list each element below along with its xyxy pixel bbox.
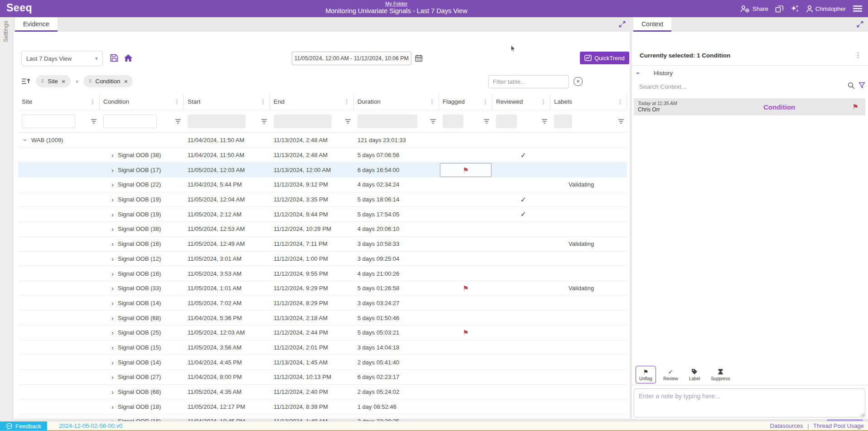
suppress-button[interactable]: Suppress [707, 366, 733, 383]
cell-flagged[interactable] [439, 266, 492, 281]
table-row[interactable]: ›WAB (1009)11/04/2024, 11:50 AM11/13/202… [18, 133, 627, 148]
table-row[interactable]: ›Signal OOB (12)11/05/2024, 3:01 AM11/12… [18, 252, 627, 267]
cell-flagged[interactable] [439, 222, 492, 236]
table-row[interactable]: ›Signal OOB (27)11/04/2024, 8:00 PM11/12… [18, 370, 627, 385]
tab-context[interactable]: Context [633, 17, 671, 32]
cell-labels[interactable] [550, 266, 627, 281]
cell-flagged[interactable] [439, 207, 492, 221]
table-row[interactable]: ›Signal OOB (15)11/05/2024, 3:56 AM11/12… [18, 340, 627, 355]
table-row[interactable]: ›Signal OOB (17)11/05/2024, 12:03 AM11/1… [18, 163, 627, 177]
cell-flagged[interactable] [439, 311, 492, 325]
cell-flagged[interactable] [439, 370, 492, 384]
clear-filter-button[interactable]: × [574, 77, 583, 86]
cell-labels[interactable] [550, 355, 627, 369]
feedback-button[interactable]: Feedback [0, 421, 47, 431]
cell-reviewed[interactable] [492, 355, 550, 369]
chip-condition[interactable]: ⠿ Condition × [83, 75, 133, 87]
settings-tab[interactable]: Settings [2, 21, 9, 42]
thread-pool-usage-link[interactable]: Thread Pool Usage [813, 422, 864, 429]
note-input[interactable] [634, 388, 865, 417]
cell-reviewed[interactable] [492, 266, 550, 281]
end-filter-input[interactable] [274, 115, 332, 128]
filter-icon[interactable] [261, 119, 267, 124]
column-menu-icon[interactable]: ⋮ [428, 98, 436, 105]
table-row[interactable]: ›Signal OOB (14)11/04/2024, 4:45 PM11/13… [18, 355, 627, 370]
cell-flagged[interactable] [439, 296, 492, 311]
cell-flagged[interactable] [439, 177, 492, 192]
column-menu-icon[interactable]: ⋮ [259, 98, 267, 105]
history-entry[interactable]: Today at 11:35 AM Chris Orr Condition ⚑ [634, 98, 865, 115]
close-icon[interactable]: × [62, 78, 66, 85]
cell-flagged[interactable] [439, 148, 492, 163]
filter-icon[interactable] [175, 119, 181, 124]
seeq-logo[interactable]: Seeq [6, 2, 32, 14]
cell-labels[interactable] [550, 192, 627, 207]
home-icon[interactable] [124, 54, 133, 64]
table-row[interactable]: ›Signal OOB (22)11/04/2024, 5:44 PM11/12… [18, 177, 627, 192]
table-row[interactable]: ›Signal OOB (33)11/05/2024, 1:01 AM11/12… [18, 281, 627, 296]
reviewed-filter-input[interactable] [496, 115, 517, 128]
cell-flagged[interactable] [439, 133, 492, 148]
table-row[interactable]: ›Signal OOB (68)11/05/2024, 4:35 AM11/12… [18, 385, 627, 400]
expand-row-icon[interactable]: › [111, 300, 114, 306]
context-menu-icon[interactable]: ⋮ [855, 51, 862, 59]
cell-flagged[interactable] [439, 399, 492, 414]
quicktrend-button[interactable]: QuickTrend [580, 52, 629, 64]
cell-flagged[interactable] [439, 192, 492, 207]
table-filter-input[interactable] [488, 75, 569, 88]
expand-row-icon[interactable]: › [111, 211, 114, 218]
column-header-condition[interactable]: Condition⋮ [100, 94, 184, 110]
column-header-labels[interactable]: Labels⋮ [550, 94, 627, 110]
labels-filter-input[interactable] [554, 115, 572, 128]
view-selector[interactable]: Last 7 Days View ▾ [21, 51, 103, 66]
cell-reviewed[interactable] [492, 385, 550, 399]
cell-flagged[interactable]: ⚑ [439, 281, 492, 296]
filter-icon[interactable] [345, 119, 351, 124]
worksheets-icon[interactable] [775, 5, 784, 13]
unflag-button[interactable]: ⚑ Unflag [636, 366, 656, 383]
column-header-flagged[interactable]: Flagged⋮ [439, 94, 492, 110]
cell-labels[interactable] [550, 252, 627, 266]
cell-labels[interactable]: Validating [550, 281, 627, 296]
start-filter-input[interactable] [188, 115, 246, 128]
table-row[interactable]: ›Signal OOB (68)11/04/2024, 5:36 PM11/13… [18, 311, 627, 326]
ai-sparkles-icon[interactable] [791, 5, 799, 13]
expand-row-icon[interactable]: › [111, 403, 114, 410]
column-menu-icon[interactable]: ⋮ [88, 98, 97, 105]
expand-row-icon[interactable]: › [111, 255, 114, 262]
cell-reviewed[interactable]: ✓ [492, 192, 550, 207]
label-button[interactable]: Label [685, 366, 704, 383]
cell-labels[interactable] [550, 385, 627, 399]
cell-labels[interactable] [550, 133, 627, 148]
cell-labels[interactable] [550, 222, 627, 236]
expand-row-icon[interactable]: › [111, 285, 114, 292]
filter-icon[interactable] [618, 119, 624, 124]
table-row[interactable]: ›Signal OOB (14)11/05/2024, 7:02 AM11/12… [18, 296, 627, 311]
table-row[interactable]: ›Signal OOB (16)11/05/2024, 3:53 AM11/12… [18, 266, 627, 281]
flagged-filter-input[interactable] [443, 115, 463, 128]
search-icon[interactable] [848, 82, 855, 89]
cell-reviewed[interactable] [492, 326, 550, 340]
cell-labels[interactable] [550, 326, 627, 340]
calendar-icon[interactable] [415, 54, 423, 64]
cell-reviewed[interactable]: ✓ [492, 148, 550, 163]
user-menu[interactable]: Christopher [806, 5, 846, 13]
cell-labels[interactable]: Validating [550, 177, 627, 192]
filter-icon[interactable] [542, 119, 547, 124]
cell-reviewed[interactable] [492, 281, 550, 296]
expand-row-icon[interactable]: › [111, 329, 114, 336]
save-view-icon[interactable] [110, 54, 118, 64]
column-menu-icon[interactable]: ⋮ [342, 98, 351, 105]
table-row[interactable]: ›Signal OOB (16)11/05/2024, 12:49 AM11/1… [18, 237, 627, 252]
cell-labels[interactable] [550, 207, 627, 221]
cell-flagged[interactable]: ⚑ [439, 163, 492, 177]
review-button[interactable]: ✓ Review [660, 366, 682, 383]
site-filter-input[interactable] [22, 115, 75, 128]
maximize-context-icon[interactable] [857, 21, 863, 29]
expand-row-icon[interactable]: › [111, 196, 114, 203]
cell-reviewed[interactable] [492, 163, 550, 177]
cell-labels[interactable] [550, 163, 627, 177]
cell-reviewed[interactable] [492, 177, 550, 192]
expand-row-icon[interactable]: › [111, 152, 114, 158]
breadcrumb-my-folder[interactable]: My Folder [325, 1, 467, 6]
